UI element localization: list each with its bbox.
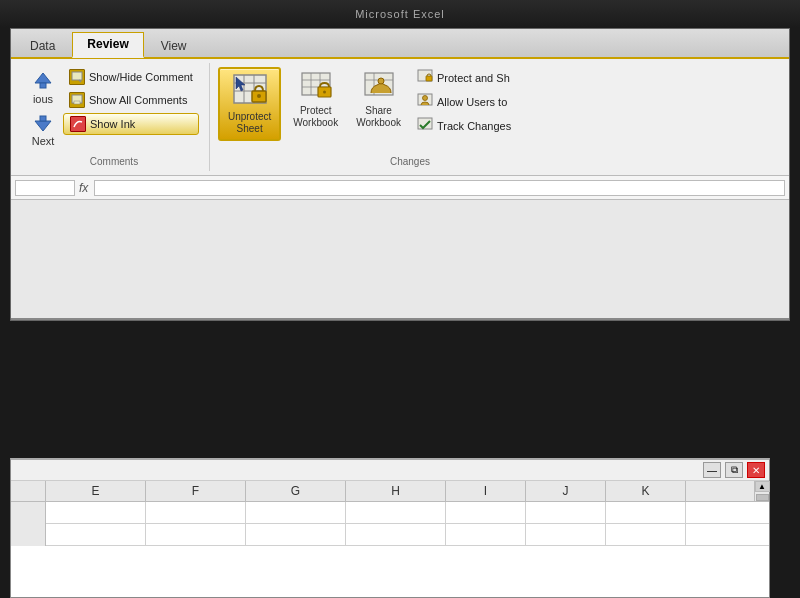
show-ink-icon (70, 116, 86, 132)
ribbon: ious Next (11, 59, 789, 176)
show-ink-btn[interactable]: Show Ink (63, 113, 199, 135)
share-workbook-label: Share Workbook (356, 105, 401, 129)
column-headers: E F G H I J K ▲ (11, 481, 769, 502)
show-all-comments-icon (69, 92, 85, 108)
unprotect-sheet-icon (232, 73, 268, 109)
cell[interactable] (446, 502, 526, 524)
ribbon-tabs: Data Review View (11, 29, 789, 59)
svg-rect-1 (40, 83, 46, 88)
protect-workbook-icon (300, 71, 332, 103)
share-workbook-icon (363, 71, 395, 103)
cell[interactable] (346, 524, 446, 546)
cell[interactable] (146, 524, 246, 546)
cell[interactable] (606, 524, 686, 546)
svg-point-29 (422, 96, 427, 101)
excel-window: Data Review View ious (10, 28, 790, 321)
tab-view[interactable]: View (146, 34, 202, 58)
track-changes-btn[interactable]: Track Changes (413, 115, 515, 137)
col-header-g[interactable]: G (246, 481, 346, 501)
grid-row (46, 502, 769, 524)
allow-users-btn[interactable]: Allow Users to (413, 91, 515, 113)
col-header-k[interactable]: K (606, 481, 686, 501)
fx-label: fx (79, 181, 88, 195)
window-controls: — ⧉ ✕ (11, 460, 769, 481)
cell[interactable] (526, 524, 606, 546)
protect-workbook-label: Protect Workbook (293, 105, 338, 129)
title-bar: Microsoft Excel (0, 0, 800, 28)
cell[interactable] (46, 502, 146, 524)
comments-group-label: Comments (19, 156, 209, 167)
spreadsheet-area-upper (11, 200, 789, 320)
col-header-e[interactable]: E (46, 481, 146, 501)
share-workbook-btn[interactable]: Share Workbook (350, 67, 407, 133)
tab-data[interactable]: Data (15, 34, 70, 58)
title-bar-text: Microsoft Excel (355, 8, 445, 20)
show-hide-comment-label: Show/Hide Comment (89, 71, 193, 83)
svg-rect-4 (72, 72, 82, 80)
col-header-j[interactable]: J (526, 481, 606, 501)
protect-workbook-btn[interactable]: Protect Workbook (287, 67, 344, 133)
svg-marker-2 (35, 121, 51, 131)
cell-reference-box[interactable] (15, 180, 75, 196)
cell[interactable] (346, 502, 446, 524)
next-label: Next (32, 135, 55, 147)
grid-row (46, 524, 769, 546)
svg-point-21 (323, 91, 326, 94)
restore-btn[interactable]: ⧉ (725, 462, 743, 478)
row-numbers (11, 502, 46, 546)
cell[interactable] (606, 502, 686, 524)
cell[interactable] (446, 524, 526, 546)
protect-and-share-label: Protect and Sh (437, 72, 510, 84)
track-changes-label: Track Changes (437, 120, 511, 132)
unprotect-sheet-label: Unprotect Sheet (228, 111, 271, 135)
comments-group: ious Next (19, 63, 210, 171)
unprotect-sheet-btn[interactable]: Unprotect Sheet (218, 67, 281, 141)
protect-and-share-icon (417, 69, 433, 87)
previous-button[interactable]: ious (27, 67, 59, 107)
right-buttons-col: Protect and Sh Allow Users to (413, 67, 515, 137)
minimize-btn[interactable]: — (703, 462, 721, 478)
scroll-thumb[interactable] (756, 494, 769, 501)
lower-excel-window: — ⧉ ✕ E F G H I J K ▲ (10, 458, 770, 598)
allow-users-label: Allow Users to (437, 96, 507, 108)
next-button[interactable]: Next (27, 109, 59, 149)
formula-input[interactable] (94, 180, 785, 196)
close-btn[interactable]: ✕ (747, 462, 765, 478)
svg-marker-0 (35, 73, 51, 83)
previous-label: ious (33, 93, 53, 105)
comment-actions: Show/Hide Comment Show All Comments (63, 67, 199, 135)
comment-nav: ious Next (27, 67, 59, 149)
show-all-comments-btn[interactable]: Show All Comments (63, 90, 199, 110)
col-header-f[interactable]: F (146, 481, 246, 501)
scroll-up-btn[interactable]: ▲ (755, 481, 770, 492)
cell[interactable] (246, 524, 346, 546)
svg-rect-27 (426, 76, 432, 81)
changes-group-label: Changes (210, 156, 610, 167)
show-ink-label: Show Ink (90, 118, 135, 130)
col-header-i[interactable]: I (446, 481, 526, 501)
svg-rect-6 (74, 101, 80, 104)
col-header-h[interactable]: H (346, 481, 446, 501)
formula-bar: fx (11, 176, 789, 200)
cell[interactable] (246, 502, 346, 524)
show-hide-comment-icon (69, 69, 85, 85)
show-all-comments-label: Show All Comments (89, 94, 187, 106)
protect-and-share-btn[interactable]: Protect and Sh (413, 67, 515, 89)
row-number-col-header (11, 481, 46, 501)
cell[interactable] (526, 502, 606, 524)
show-hide-comment-btn[interactable]: Show/Hide Comment (63, 67, 199, 87)
tab-review[interactable]: Review (72, 32, 143, 58)
changes-group: Unprotect Sheet (210, 63, 610, 171)
cell[interactable] (46, 524, 146, 546)
svg-point-25 (378, 78, 384, 84)
track-changes-icon (417, 117, 433, 135)
grid-cells (46, 502, 769, 546)
allow-users-icon (417, 93, 433, 111)
vertical-scrollbar[interactable]: ▲ (754, 481, 769, 501)
svg-point-13 (257, 94, 261, 98)
grid-area (11, 502, 769, 546)
svg-rect-3 (40, 116, 46, 121)
cell[interactable] (146, 502, 246, 524)
